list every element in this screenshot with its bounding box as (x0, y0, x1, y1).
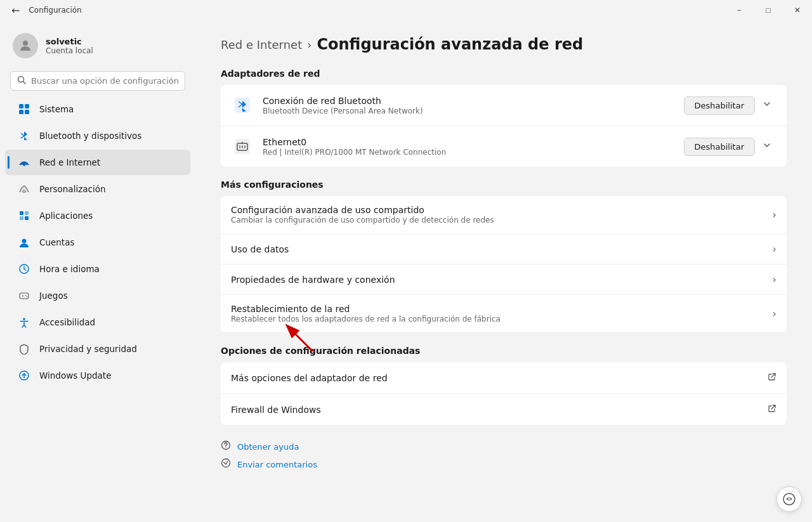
nav-item-privacidad[interactable]: Privacidad y seguridad (5, 336, 190, 362)
svg-rect-14 (25, 216, 29, 220)
svg-point-40 (783, 493, 795, 505)
bluetooth-label: Bluetooth y dispositivos (39, 131, 141, 141)
restablecimiento-content: Restablecimiento de la red Restablecer t… (231, 304, 773, 323)
svg-line-2 (23, 82, 26, 84)
expand-ethernet-button[interactable] (757, 138, 776, 155)
restablecimiento-container: Restablecimiento de la red Restablecer t… (221, 295, 787, 333)
nav-item-personalizacion[interactable]: Personalización (5, 176, 190, 202)
restablecimiento-sub: Restablecer todos los adaptadores de red… (231, 315, 773, 323)
more-config-title: Más configuraciones (221, 179, 787, 190)
adapter-actions-bluetooth: Deshabilitar (684, 96, 776, 115)
hardware-chevron: › (773, 273, 776, 285)
svg-rect-5 (19, 110, 23, 114)
firewall-title: Firewall de Windows (231, 405, 768, 415)
accesibilidad-icon (18, 316, 30, 329)
svg-line-8 (21, 136, 24, 138)
breadcrumb-parent[interactable]: Red e Internet (221, 38, 302, 51)
more-config-card: Configuración avanzada de uso compartido… (221, 196, 787, 333)
nav-item-juegos[interactable]: Juegos (5, 283, 190, 308)
related-row-adaptador[interactable]: Más opciones del adaptador de red (221, 362, 787, 394)
adapter-sub-ethernet: Red | Intel(R) PRO/1000 MT Network Conne… (263, 148, 684, 157)
adapter-name-bluetooth: Conexión de red Bluetooth (263, 96, 684, 106)
maximize-button[interactable]: □ (754, 0, 783, 20)
svg-rect-6 (25, 110, 29, 114)
nav-item-aplicaciones[interactable]: Aplicaciones (5, 203, 190, 228)
svg-point-0 (23, 41, 28, 46)
avatar (13, 33, 38, 58)
adapter-name-ethernet: Ethernet0 (263, 137, 684, 147)
svg-line-7 (21, 133, 24, 136)
help-icon (221, 440, 231, 453)
restablecimiento-title: Restablecimiento de la red (231, 304, 773, 314)
personalizacion-icon (18, 183, 30, 195)
account-type: Cuenta local (46, 46, 93, 55)
adaptador-title: Más opciones del adaptador de red (231, 373, 768, 383)
adapter-row-bluetooth: Conexión de red Bluetooth Bluetooth Devi… (221, 85, 787, 126)
hardware-content: Propiedades de hardware y conexión (231, 275, 773, 285)
cuentas-label: Cuentas (39, 237, 74, 247)
uso-compartido-content: Configuración avanzada de uso compartido… (231, 205, 773, 225)
enviar-comentarios-label: Enviar comentarios (237, 460, 317, 469)
app-container: solvetic Cuenta local (0, 20, 812, 522)
search-input[interactable] (31, 76, 178, 86)
breadcrumb-sep: › (307, 38, 311, 51)
expand-bluetooth-button[interactable] (757, 97, 776, 114)
bluetooth-icon (18, 129, 30, 142)
juegos-label: Juegos (39, 290, 68, 301)
disable-ethernet-button[interactable]: Deshabilitar (684, 138, 755, 156)
aplicaciones-label: Aplicaciones (39, 211, 93, 221)
nav-item-accesibilidad[interactable]: Accesibilidad (5, 310, 190, 335)
minimize-button[interactable]: − (724, 0, 754, 20)
personalizacion-label: Personalización (39, 184, 106, 194)
chat-bubble[interactable] (776, 486, 802, 512)
svg-point-22 (25, 295, 27, 296)
svg-rect-12 (25, 211, 29, 215)
uso-datos-content: Uso de datos (231, 244, 773, 254)
search-box[interactable] (10, 71, 185, 91)
nav-item-sistema[interactable]: Sistema (5, 96, 190, 122)
accesibilidad-label: Accesibilidad (39, 317, 95, 327)
sistema-icon (18, 103, 30, 115)
svg-point-39 (222, 459, 230, 467)
adapter-sub-bluetooth: Bluetooth Device (Personal Area Network) (263, 107, 684, 115)
sistema-label: Sistema (39, 104, 74, 114)
config-row-uso-datos[interactable]: Uso de datos › (221, 234, 787, 264)
config-row-hardware[interactable]: Propiedades de hardware y conexión › (221, 264, 787, 295)
red-label: Red e Internet (39, 157, 100, 167)
back-button[interactable]: ← (8, 3, 23, 18)
adapter-row-ethernet: Ethernet0 Red | Intel(R) PRO/1000 MT Net… (221, 126, 787, 167)
adapters-card: Conexión de red Bluetooth Bluetooth Devi… (221, 85, 787, 167)
red-icon (18, 156, 30, 169)
svg-rect-11 (20, 211, 23, 215)
nav-item-update[interactable]: Windows Update (5, 363, 190, 388)
config-row-restablecimiento[interactable]: Restablecimiento de la red Restablecer t… (221, 295, 787, 333)
svg-rect-13 (20, 216, 23, 220)
uso-compartido-title: Configuración avanzada de uso compartido (231, 205, 773, 215)
hardware-title: Propiedades de hardware y conexión (231, 275, 773, 285)
uso-datos-chevron: › (773, 243, 776, 255)
bottom-links: Obtener ayuda Enviar comentarios (221, 440, 787, 471)
update-label: Windows Update (39, 370, 111, 381)
svg-rect-19 (20, 293, 29, 299)
breadcrumb-current: Configuración avanzada de red (317, 36, 583, 53)
svg-line-18 (24, 269, 26, 270)
enviar-comentarios-link[interactable]: Enviar comentarios (221, 458, 787, 471)
related-card: Más opciones del adaptador de red Firewa… (221, 362, 787, 425)
svg-point-23 (27, 296, 28, 297)
nav-item-bluetooth[interactable]: Bluetooth y dispositivos (5, 123, 190, 148)
restablecimiento-chevron: › (773, 308, 776, 320)
titlebar: ← Configuración − □ ✕ (0, 0, 812, 20)
nav-item-cuentas[interactable]: Cuentas (5, 230, 190, 255)
nav-item-hora[interactable]: Hora e idioma (5, 256, 190, 282)
svg-point-24 (23, 318, 25, 320)
config-row-uso-compartido[interactable]: Configuración avanzada de uso compartido… (221, 196, 787, 234)
obtener-ayuda-label: Obtener ayuda (237, 442, 299, 452)
related-row-firewall[interactable]: Firewall de Windows (221, 394, 787, 425)
nav-item-red[interactable]: Red e Internet (5, 150, 190, 175)
disable-bluetooth-button[interactable]: Deshabilitar (684, 96, 755, 115)
obtener-ayuda-link[interactable]: Obtener ayuda (221, 440, 787, 453)
adapter-info-ethernet: Ethernet0 Red | Intel(R) PRO/1000 MT Net… (263, 137, 684, 157)
user-section: solvetic Cuenta local (0, 23, 195, 69)
user-info: solvetic Cuenta local (46, 37, 93, 55)
close-button[interactable]: ✕ (783, 0, 812, 20)
